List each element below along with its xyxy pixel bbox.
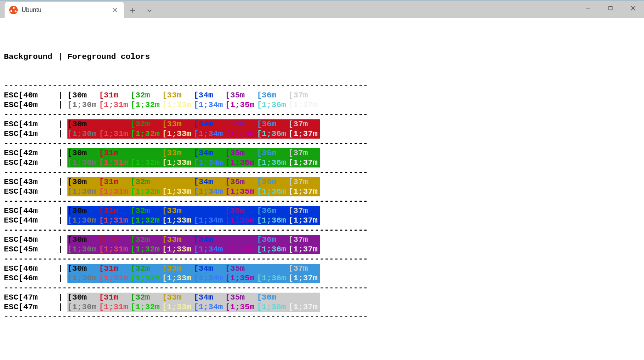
fg-sample: [1;31m [99,244,131,254]
separator-line: ----------------------------------------… [4,196,640,206]
row-pipe: | [54,302,67,312]
fg-sample: [33m [162,235,194,244]
fg-sample: [1;32m [131,129,162,139]
fg-sample: [37m [288,264,320,273]
color-row: ESC[43m|[1;30m[1;31m[1;32m[1;33m[1;34m[1… [4,187,640,196]
fg-sample: [1;36m [257,100,288,110]
window-controls [577,0,644,16]
fg-sample: [1;32m [131,158,162,167]
fg-sample: [1;35m [225,244,257,254]
fg-sample: [34m [194,148,225,158]
fg-sample: [34m [194,90,225,100]
row-pipe: | [54,264,67,273]
maximize-button[interactable] [599,0,622,16]
separator-line: ----------------------------------------… [4,312,640,321]
row-pipe: | [54,244,67,254]
fg-sample: [1;37m [288,216,320,225]
fg-sample: [33m [162,206,194,216]
terminal-output[interactable]: Background|Foreground colors -----------… [0,18,644,360]
fg-sample: [31m [99,148,131,158]
fg-sample: [37m [288,90,320,100]
bg-code-label: ESC[41m [4,129,54,139]
fg-sample: [36m [257,206,288,216]
fg-sample: [36m [257,119,288,129]
bg-code-label: ESC[40m [4,100,54,110]
tab-dropdown-button[interactable] [141,3,158,18]
bg-swatch: [1;30m[1;31m[1;32m[1;33m[1;34m[1;35m[1;3… [67,244,320,254]
close-window-button[interactable] [622,0,644,16]
fg-sample: [1;31m [99,216,131,225]
fg-sample: [33m [162,293,194,302]
row-pipe: | [54,187,67,196]
row-pipe: | [54,129,67,139]
fg-sample: [1;30m [67,302,99,312]
fg-sample: [33m [162,264,194,273]
bg-swatch: [30m[31m[32m[33m[34m[35m[36m[37m [67,235,320,244]
fg-sample: [1;33m [162,216,194,225]
color-row: ESC[40m|[30m[31m[32m[33m[34m[35m[36m[37m [4,90,640,100]
tab-close-button[interactable] [110,5,119,15]
fg-sample: [1;31m [99,302,131,312]
row-pipe: | [54,206,67,216]
fg-sample: [1;35m [225,302,257,312]
separator-line: ----------------------------------------… [4,139,640,148]
fg-sample: [1;32m [131,216,162,225]
bg-swatch: [30m[31m[32m[33m[34m[35m[36m[37m [67,264,320,273]
header-pipe: | [54,52,67,62]
color-row: ESC[42m|[30m[31m[32m[33m[34m[35m[36m[37m [4,148,640,158]
fg-sample: [32m [131,235,162,244]
fg-sample: [35m [225,90,257,100]
fg-sample: [31m [99,90,131,100]
bg-swatch: [30m[31m[32m[33m[34m[35m[36m[37m [67,148,320,158]
fg-sample: [1;34m [194,244,225,254]
color-row: ESC[44m|[30m[31m[32m[33m[34m[35m[36m[37m [4,206,640,216]
fg-sample: [1;37m [288,302,320,312]
bg-swatch: [30m[31m[32m[33m[34m[35m[36m[37m [67,177,320,187]
bg-code-label: ESC[43m [4,177,54,187]
fg-sample: [1;36m [257,129,288,139]
fg-sample: [35m [225,206,257,216]
fg-sample: [37m [288,148,320,158]
close-icon [631,6,636,11]
color-row: ESC[46m|[30m[31m[32m[33m[34m[35m[36m[37m [4,264,640,273]
fg-sample: [30m [67,90,99,100]
fg-sample: [1;36m [257,302,288,312]
fg-sample: [1;34m [194,216,225,225]
fg-sample: [34m [194,119,225,129]
fg-sample: [1;35m [225,187,257,196]
fg-sample: [37m [288,177,320,187]
color-row: ESC[46m|[1;30m[1;31m[1;32m[1;33m[1;34m[1… [4,273,640,283]
fg-sample: [1;30m [67,273,99,283]
bg-swatch: [30m[31m[32m[33m[34m[35m[36m[37m [67,293,320,302]
chevron-down-icon [147,8,152,13]
titlebar: Ubuntu [0,0,644,18]
bg-swatch: [1;30m[1;31m[1;32m[1;33m[1;34m[1;35m[1;3… [67,302,320,312]
fg-sample: [1;33m [162,244,194,254]
fg-sample: [36m [257,90,288,100]
fg-sample: [1;35m [225,158,257,167]
fg-sample: [36m [257,264,288,273]
bg-code-label: ESC[42m [4,148,54,158]
color-row: ESC[44m|[1;30m[1;31m[1;32m[1;33m[1;34m[1… [4,216,640,225]
fg-sample: [36m [257,177,288,187]
fg-sample: [34m [194,177,225,187]
fg-sample: [34m [194,264,225,273]
row-pipe: | [54,119,67,129]
fg-sample: [1;34m [194,273,225,283]
row-pipe: | [54,148,67,158]
fg-sample: [37m [288,235,320,244]
bg-swatch: [30m[31m[32m[33m[34m[35m[36m[37m [67,206,320,216]
minimize-button[interactable] [577,0,599,16]
fg-sample: [37m [288,206,320,216]
fg-sample: [32m [131,293,162,302]
fg-sample: [31m [99,206,131,216]
row-pipe: | [54,216,67,225]
new-tab-button[interactable] [124,3,141,18]
fg-sample: [1;34m [194,187,225,196]
color-row: ESC[40m|[1;30m[1;31m[1;32m[1;33m[1;34m[1… [4,100,640,110]
tab-ubuntu[interactable]: Ubuntu [5,2,124,18]
fg-sample: [1;37m [288,129,320,139]
fg-sample: [1;31m [99,129,131,139]
fg-sample: [35m [225,235,257,244]
fg-sample: [33m [162,177,194,187]
